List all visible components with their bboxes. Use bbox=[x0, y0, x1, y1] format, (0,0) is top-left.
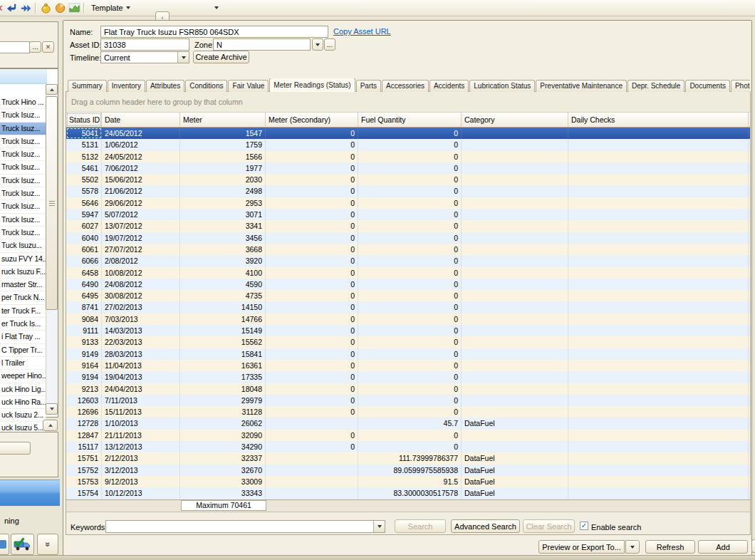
search-button[interactable]: Search bbox=[395, 519, 446, 533]
table-row[interactable]: 649024/08/2012459000 bbox=[66, 279, 750, 290]
table-row[interactable]: 916411/04/20131636100 bbox=[66, 360, 750, 371]
table-row[interactable]: 550215/06/2012203000 bbox=[66, 174, 750, 185]
keywords-input[interactable] bbox=[105, 520, 385, 533]
tab-accidents[interactable]: Accidents bbox=[429, 80, 469, 92]
sidebar-partial-button[interactable] bbox=[0, 442, 31, 455]
table-row[interactable]: 1269615/11/20133112800 bbox=[66, 406, 750, 418]
sidebar-asset-item[interactable]: Truck Isuz... bbox=[0, 200, 46, 213]
table-row[interactable]: 157539/12/20133300991.5DataFuel bbox=[66, 476, 750, 487]
yellow-keg-icon[interactable] bbox=[38, 1, 53, 14]
sidebar-asset-item[interactable]: i Flat Tray ... bbox=[0, 331, 46, 343]
tab-meter-readings-status[interactable]: Meter Readings (Status) bbox=[269, 78, 355, 92]
table-row[interactable]: 914928/03/20131584100 bbox=[66, 348, 750, 360]
table-row[interactable]: 127281/10/20132606245.7DataFuel bbox=[66, 418, 750, 429]
sidebar-asset-item[interactable]: er Truck Is... bbox=[0, 318, 46, 331]
column-header-fuel-quantity[interactable]: Fuel Quantity bbox=[358, 113, 462, 127]
asset-id-input[interactable]: 31038 bbox=[100, 38, 189, 51]
sidebar-filter-input[interactable] bbox=[0, 41, 30, 53]
forward-arrows-icon[interactable] bbox=[19, 1, 33, 14]
table-row[interactable]: 90847/03/20131476600 bbox=[66, 313, 750, 325]
table-row[interactable]: 54617/06/2012197700 bbox=[66, 162, 750, 174]
create-archive-button[interactable]: Create Archive bbox=[193, 51, 249, 63]
sidebar-asset-item[interactable]: Truck Isuz... bbox=[0, 214, 46, 227]
tab-depr-schedule[interactable]: Depr. Schedule bbox=[628, 80, 684, 92]
table-row[interactable]: 649530/08/2012473500 bbox=[66, 290, 750, 301]
column-header-category[interactable]: Category bbox=[462, 113, 568, 127]
timeline-combobox[interactable]: Current bbox=[100, 51, 189, 63]
table-row[interactable]: 921324/04/20131804800 bbox=[66, 383, 750, 395]
toolbar-overflow-button[interactable]: » bbox=[37, 534, 58, 555]
table-row[interactable]: 913322/03/20131556200 bbox=[66, 336, 750, 348]
column-header-meter-secondary[interactable]: Meter (Secondary) bbox=[266, 113, 358, 127]
clipped-action-button[interactable] bbox=[751, 539, 755, 553]
sidebar-toolbar-button-partial[interactable] bbox=[0, 534, 9, 555]
sidebar-asset-item[interactable]: ruck Isuzu F... bbox=[0, 266, 46, 279]
sidebar-asset-item[interactable]: ter Truck F... bbox=[0, 305, 46, 318]
table-row[interactable]: 157523/12/20133267089.0599975585938DataF… bbox=[66, 465, 750, 476]
table-row[interactable]: 874127/02/20131415000 bbox=[66, 301, 750, 313]
sidebar-asset-item[interactable]: Truck Isuz... bbox=[0, 148, 46, 161]
ellipsis-button[interactable]: … bbox=[29, 41, 41, 53]
bent-arrow-icon[interactable] bbox=[4, 1, 19, 14]
table-row[interactable]: 1511713/12/20133429000 bbox=[66, 441, 750, 452]
sidebar-asset-item[interactable]: weeper Hino... bbox=[0, 370, 46, 383]
group-by-bar[interactable]: Drag a column header here to group by th… bbox=[66, 92, 750, 113]
add-button[interactable]: Add bbox=[698, 540, 748, 554]
zone-input[interactable]: N bbox=[213, 38, 311, 51]
sidebar-asset-item[interactable]: uck Hino Ra... bbox=[0, 396, 46, 409]
table-row[interactable]: 59475/07/2012307100 bbox=[66, 209, 750, 220]
enable-search-checkbox[interactable]: ✓ bbox=[580, 522, 588, 530]
preview-export-button[interactable]: Preview or Export To... bbox=[538, 540, 625, 554]
refresh-button[interactable]: Refresh bbox=[645, 540, 695, 554]
copy-asset-url-link[interactable]: Copy Asset URL bbox=[333, 27, 391, 36]
table-row[interactable]: 1284721/11/20133209000 bbox=[66, 430, 750, 441]
table-row[interactable]: 919419/04/20131733500 bbox=[66, 371, 750, 383]
table-row[interactable]: 606127/07/2012366800 bbox=[66, 244, 750, 255]
column-header-daily-checks[interactable]: Daily Checks bbox=[568, 113, 749, 127]
sidebar-selected-nav-bar[interactable] bbox=[0, 479, 60, 506]
tab-attributes[interactable]: Attributes bbox=[146, 80, 184, 92]
table-row[interactable]: 557821/06/2012249800 bbox=[66, 185, 750, 197]
table-row[interactable]: 1575410/12/20133334383.3000030517578Data… bbox=[66, 487, 750, 499]
tab-fair-value[interactable]: Fair Value bbox=[228, 80, 269, 92]
table-row[interactable]: 564629/06/2012295300 bbox=[66, 197, 750, 209]
tab-documents[interactable]: Documents bbox=[685, 80, 730, 92]
collapse-up-button[interactable] bbox=[43, 420, 58, 431]
sidebar-asset-item[interactable]: Truck Isuz... bbox=[0, 161, 46, 174]
sidebar-asset-item[interactable]: Truck Isuz... bbox=[0, 187, 46, 200]
table-row[interactable]: 911114/03/20131514900 bbox=[66, 325, 750, 336]
table-row[interactable]: 126037/11/20132997900 bbox=[66, 395, 750, 406]
advanced-search-button[interactable]: Advanced Search bbox=[451, 519, 520, 533]
sidebar-asset-item[interactable]: per Truck N... bbox=[0, 291, 46, 304]
preview-export-dropdown-button[interactable] bbox=[625, 540, 640, 554]
zone-dropdown-button[interactable] bbox=[312, 38, 323, 51]
column-header-date[interactable]: Date bbox=[102, 113, 180, 127]
tab-summary[interactable]: Summary bbox=[68, 80, 107, 92]
sidebar-asset-item[interactable]: Truck Isuz... bbox=[0, 227, 46, 239]
template-dropdown[interactable]: Template bbox=[87, 1, 135, 14]
table-row[interactable]: 504124/05/2012154700 bbox=[66, 128, 750, 139]
clear-filter-x-button[interactable]: ✕ bbox=[42, 41, 54, 53]
tab-photos[interactable]: Photos bbox=[731, 80, 750, 92]
toolbar-combobox[interactable] bbox=[172, 1, 223, 14]
scroll-up-button[interactable] bbox=[46, 84, 58, 95]
sidebar-asset-item[interactable]: C Tipper Tr... bbox=[0, 344, 46, 357]
table-row[interactable]: 157512/12/201332337111.73999786377DataFu… bbox=[66, 452, 750, 464]
sidebar-asset-item[interactable]: Truck Isuz... bbox=[0, 109, 46, 122]
scroll-down-button[interactable] bbox=[46, 403, 58, 415]
sidebar-asset-item[interactable]: Truck Isuz... bbox=[0, 135, 46, 148]
sidebar-asset-item[interactable]: l Trailer bbox=[0, 357, 46, 370]
asset-check-button[interactable] bbox=[11, 534, 34, 555]
tab-lubrication-status[interactable]: Lubrication Status bbox=[469, 80, 535, 92]
sidebar-asset-item[interactable]: rmaster Str... bbox=[0, 279, 46, 291]
orange-pie-icon[interactable] bbox=[53, 1, 67, 14]
sidebar-asset-item[interactable]: Truck Hino ... bbox=[0, 96, 46, 109]
sidebar-asset-item[interactable]: uck Isuzu 2... bbox=[0, 409, 46, 422]
table-row[interactable]: 602713/07/2012334100 bbox=[66, 220, 750, 232]
clear-search-button[interactable]: Clear Search bbox=[523, 519, 575, 533]
table-row[interactable]: 645810/08/2012410000 bbox=[66, 267, 750, 279]
tab-inventory[interactable]: Inventory bbox=[108, 80, 145, 92]
zone-browse-button[interactable]: … bbox=[324, 38, 335, 51]
tab-parts[interactable]: Parts bbox=[356, 80, 381, 92]
tab-preventative-maintenance[interactable]: Preventative Maintenance bbox=[536, 80, 627, 92]
